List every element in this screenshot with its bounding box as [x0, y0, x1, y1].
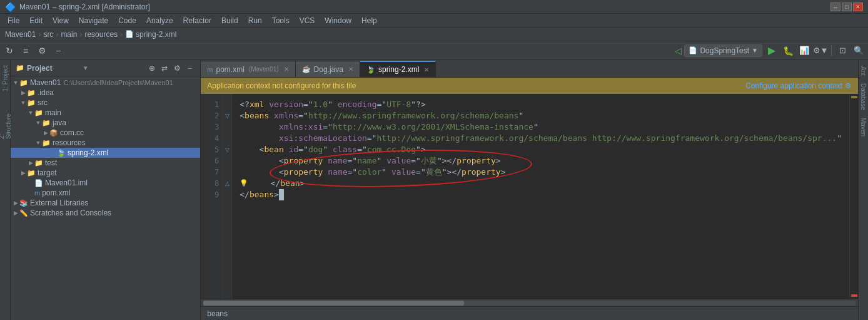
line-num-7: 7: [214, 167, 219, 178]
coverage-button[interactable]: 📊: [797, 44, 811, 58]
breadcrumb-file[interactable]: 📄 spring-2.xml: [125, 30, 176, 39]
pom-tab-close[interactable]: ✕: [284, 66, 289, 73]
fold-7: [223, 167, 231, 178]
warning-message: Application context not configured for t…: [207, 81, 356, 90]
code-editor[interactable]: 1 2 3 4 5 6 7 8 9 ▽ ▽: [201, 94, 858, 299]
scroll-from-source-button[interactable]: ⇄: [159, 63, 170, 74]
configure-link[interactable]: Configure application context ⚙: [745, 81, 852, 90]
tree-item-pom[interactable]: m pom.xml: [11, 188, 200, 198]
database-label[interactable]: Database: [859, 80, 868, 114]
menu-tools[interactable]: Tools: [267, 15, 295, 26]
close-panel-button[interactable]: −: [51, 44, 65, 58]
pom-tab-icon: m: [207, 66, 213, 73]
maximize-button[interactable]: □: [842, 3, 852, 11]
tree-item-spring2[interactable]: 🍃 spring-2.xml: [11, 148, 200, 158]
tree-item-idea[interactable]: ▶ 📁 .idea: [11, 88, 200, 98]
title-bar: 🔷 Maven01 – spring-2.xml [Administrator]…: [0, 0, 868, 14]
menu-refactor[interactable]: Refactor: [178, 15, 216, 26]
fold-8[interactable]: △: [223, 178, 231, 189]
tree-item-maven01[interactable]: ▼ 📁 Maven01 C:\Users\dell\IdeaProjects\M…: [11, 78, 200, 88]
minimize-button[interactable]: ─: [830, 3, 840, 11]
code-content[interactable]: <?xml version="1.0" encoding="UTF-8"?> <…: [232, 94, 849, 299]
menu-view[interactable]: View: [48, 15, 74, 26]
menu-navigate[interactable]: Navigate: [74, 15, 113, 26]
menu-edit[interactable]: Edit: [24, 15, 48, 26]
tree-item-comcc[interactable]: ▶ 📦 com.cc: [11, 128, 200, 138]
frame-button[interactable]: ⊡: [835, 44, 849, 58]
menu-file[interactable]: File: [3, 15, 24, 26]
line-num-2: 2: [214, 110, 219, 121]
fold-marker-8[interactable]: △: [225, 180, 230, 187]
search-everywhere-button[interactable]: 🔍: [852, 44, 865, 58]
structure-tab-label: 2: Structure: [0, 108, 12, 139]
menu-window[interactable]: Window: [320, 15, 356, 26]
horizontal-scrollbar[interactable]: [201, 299, 858, 306]
tree-item-src[interactable]: ▼ 📁 src: [11, 98, 200, 108]
tab-dog[interactable]: ☕ Dog.java ✕: [296, 61, 360, 77]
tree-label-resources: resources: [53, 138, 86, 147]
menu-vcs[interactable]: VCS: [295, 15, 320, 26]
fold-6: [223, 155, 231, 167]
code-line-4: xsi:schemaLocation="http://www.springfra…: [240, 133, 842, 144]
side-left-panel: 1: Project 2: Structure: [0, 60, 11, 320]
breadcrumb-maven01[interactable]: Maven01: [5, 30, 36, 39]
test-folder-icon: 📁: [34, 159, 43, 167]
tree-item-java[interactable]: ▼ 📁 java: [11, 118, 200, 128]
run-button[interactable]: ▶: [765, 44, 779, 58]
tab-spring2[interactable]: 🍃 spring-2.xml ✕: [360, 61, 436, 77]
main-folder-icon: 📁: [34, 109, 43, 117]
window-controls[interactable]: ─ □ ✕: [830, 3, 863, 11]
fold-marker-5[interactable]: ▽: [225, 147, 230, 153]
tree-item-test[interactable]: ▶ 📁 test: [11, 158, 200, 168]
collapse-button[interactable]: ≡: [19, 44, 33, 58]
fold-marker-2[interactable]: ▽: [225, 113, 230, 119]
menu-build[interactable]: Build: [216, 15, 243, 26]
breadcrumb-src[interactable]: src: [43, 30, 53, 39]
tree-item-ext-libs[interactable]: ▶ 📚 External Libraries: [11, 198, 200, 208]
fold-2[interactable]: ▽: [223, 110, 231, 121]
fold-5[interactable]: ▽: [223, 144, 231, 155]
menu-help[interactable]: Help: [356, 15, 382, 26]
ant-label[interactable]: Ant: [859, 63, 868, 80]
fold-4: [223, 133, 231, 144]
code-line-8: 💡 </bean>: [240, 178, 842, 189]
tab-pom[interactable]: m pom.xml (Maven01) ✕: [201, 61, 295, 77]
tree-item-scratches[interactable]: ▶ ✏️ Scratches and Consoles: [11, 208, 200, 218]
line-num-3: 3: [214, 121, 219, 133]
spring2-tab-close[interactable]: ✕: [424, 66, 429, 73]
more-run-button[interactable]: ⚙▼: [814, 44, 827, 58]
project-close-button[interactable]: −: [184, 63, 195, 74]
sync-button[interactable]: ↻: [3, 44, 16, 58]
dog-tab-close[interactable]: ✕: [348, 66, 353, 73]
maven-label[interactable]: Maven: [859, 114, 868, 140]
tree-item-iml[interactable]: 📄 Maven01.iml: [11, 178, 200, 188]
debug-button[interactable]: 🐛: [781, 44, 795, 58]
menu-code[interactable]: Code: [113, 15, 141, 26]
project-header-buttons: ⊕ ⇄ ⚙ −: [146, 63, 195, 74]
spring2-tab-label: spring-2.xml: [378, 65, 419, 74]
breadcrumb-main[interactable]: main: [61, 30, 77, 39]
locate-button[interactable]: ⊕: [146, 63, 158, 74]
menu-analyze[interactable]: Analyze: [141, 15, 178, 26]
close-button[interactable]: ✕: [853, 3, 863, 11]
menu-run[interactable]: Run: [243, 15, 267, 26]
tree-item-target[interactable]: ▶ 📁 target: [11, 168, 200, 178]
project-settings-button[interactable]: ⚙: [171, 63, 183, 74]
gutter-warning-1[interactable]: [851, 96, 857, 98]
tree-item-main[interactable]: ▼ 📁 main: [11, 108, 200, 118]
h-scrollbar-thumb[interactable]: [203, 301, 464, 306]
project-tab-button[interactable]: 1: Project: [0, 63, 10, 94]
project-header: 📁 Project ▼ ⊕ ⇄ ⚙ −: [11, 60, 200, 76]
code-line-9: </beans>: [240, 189, 842, 200]
settings-button[interactable]: ⚙: [35, 44, 49, 58]
run-config-selector[interactable]: 📄 DogSpringTest ▼: [684, 44, 762, 57]
src-folder-icon: 📁: [27, 99, 36, 107]
structure-tab-button[interactable]: 2: Structure: [0, 108, 10, 139]
fold-3: [223, 121, 231, 133]
breadcrumb-resources[interactable]: resources: [84, 30, 118, 39]
tree-item-resources[interactable]: ▼ 📁 resources: [11, 138, 200, 148]
gutter-error-1[interactable]: [851, 294, 857, 297]
tree-label-pom: pom.xml: [42, 188, 70, 197]
nav-back-icon[interactable]: ◁: [675, 46, 682, 56]
project-header-dropdown-icon[interactable]: ▼: [83, 65, 89, 71]
